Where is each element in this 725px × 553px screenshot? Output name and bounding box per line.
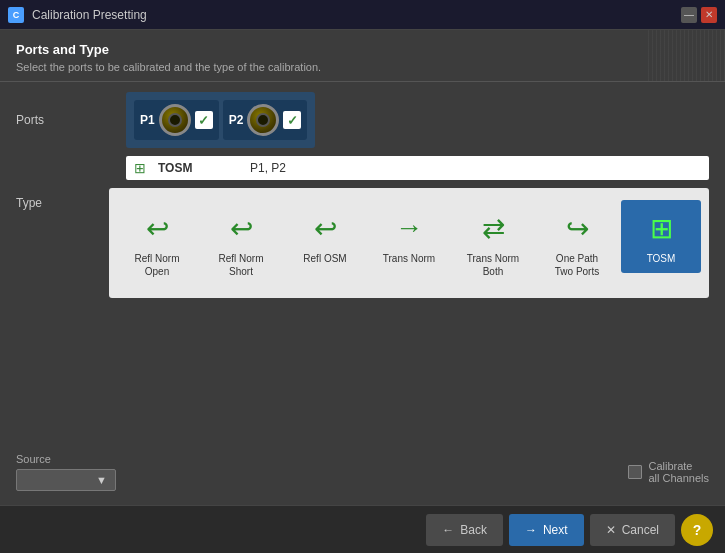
source-row: Source ▼ Calibrateall Channels: [16, 449, 709, 495]
next-arrow-icon: →: [525, 523, 537, 537]
cancel-button[interactable]: ✕ Cancel: [590, 514, 675, 546]
calibrate-all-checkbox[interactable]: [628, 465, 642, 479]
refl-norm-short-label: Refl NormShort: [218, 252, 263, 278]
type-label: Type: [16, 188, 109, 210]
next-label: Next: [543, 523, 568, 537]
main-window: Ports and Type Select the ports to be ca…: [0, 30, 725, 553]
minimize-button[interactable]: —: [681, 7, 697, 23]
next-button[interactable]: → Next: [509, 514, 584, 546]
port-p1-connector: [159, 104, 191, 136]
tosm-row-label: TOSM: [158, 161, 238, 175]
refl-osm-icon: ↩: [314, 208, 337, 248]
ports-row: Ports P1 ✓ P2 ✓: [16, 92, 709, 148]
port-p1-checkbox[interactable]: ✓: [195, 111, 213, 129]
source-left: Source ▼: [16, 453, 116, 491]
app-icon: C: [8, 7, 24, 23]
trans-norm-both-label: Trans NormBoth: [467, 252, 519, 278]
back-button[interactable]: ← Back: [426, 514, 503, 546]
port-p1[interactable]: P1 ✓: [134, 100, 219, 140]
ports-label: Ports: [16, 105, 126, 135]
cal-type-refl-norm-open[interactable]: ↩ Refl NormOpen: [117, 200, 197, 286]
source-dropdown[interactable]: ▼: [16, 469, 116, 491]
ports-container: P1 ✓ P2 ✓: [126, 92, 315, 148]
type-row: Type ↩ Refl NormOpen ↩ Refl NormShort ↩ …: [16, 188, 709, 441]
refl-norm-open-icon: ↩: [146, 208, 169, 248]
trans-norm-label: Trans Norm: [383, 252, 435, 265]
footer: ← Back → Next ✕ Cancel ?: [0, 505, 725, 553]
type-options-container: ↩ Refl NormOpen ↩ Refl NormShort ↩ Refl …: [109, 188, 709, 298]
close-button[interactable]: ✕: [701, 7, 717, 23]
port-p2-connector: [247, 104, 279, 136]
help-button[interactable]: ?: [681, 514, 713, 546]
port-p1-label: P1: [140, 113, 155, 127]
cancel-x-icon: ✕: [606, 523, 616, 537]
page-subtitle: Select the ports to be calibrated and th…: [16, 61, 709, 73]
dropdown-chevron-icon: ▼: [96, 474, 107, 486]
one-path-two-ports-label: One PathTwo Ports: [555, 252, 599, 278]
calibrate-all-channels[interactable]: Calibrateall Channels: [628, 460, 709, 484]
cal-type-one-path-two-ports[interactable]: ↪ One PathTwo Ports: [537, 200, 617, 286]
title-bar: C Calibration Presetting — ✕: [0, 0, 725, 30]
tosm-type-label: TOSM: [647, 252, 676, 265]
one-path-two-ports-icon: ↪: [566, 208, 589, 248]
tosm-icon: ⊞: [650, 208, 673, 248]
refl-norm-open-label: Refl NormOpen: [134, 252, 179, 278]
refl-osm-label: Refl OSM: [303, 252, 346, 265]
title-bar-controls: — ✕: [681, 7, 717, 23]
cal-type-refl-norm-short[interactable]: ↩ Refl NormShort: [201, 200, 281, 286]
cancel-label: Cancel: [622, 523, 659, 537]
port-p2-checkbox[interactable]: ✓: [283, 111, 301, 129]
cal-type-tosm[interactable]: ⊞ TOSM: [621, 200, 701, 273]
tosm-row-ports: P1, P2: [250, 161, 286, 175]
content-area: Ports P1 ✓ P2 ✓ ⊞ TOSM P1, P2 Ty: [0, 82, 725, 505]
back-label: Back: [460, 523, 487, 537]
port-p2[interactable]: P2 ✓: [223, 100, 308, 140]
trans-norm-both-icon: ⇄: [482, 208, 505, 248]
source-label: Source: [16, 453, 116, 465]
refl-norm-short-icon: ↩: [230, 208, 253, 248]
page-title: Ports and Type: [16, 42, 709, 57]
cal-type-refl-osm[interactable]: ↩ Refl OSM: [285, 200, 365, 273]
port-p2-label: P2: [229, 113, 244, 127]
cal-type-trans-norm-both[interactable]: ⇄ Trans NormBoth: [453, 200, 533, 286]
cal-type-trans-norm[interactable]: → Trans Norm: [369, 200, 449, 273]
tosm-row-icon: ⊞: [134, 160, 146, 176]
back-arrow-icon: ←: [442, 523, 454, 537]
trans-norm-icon: →: [395, 208, 423, 248]
header-section: Ports and Type Select the ports to be ca…: [0, 30, 725, 82]
calibrate-all-label: Calibrateall Channels: [648, 460, 709, 484]
tosm-row[interactable]: ⊞ TOSM P1, P2: [126, 156, 709, 180]
title-bar-text: Calibration Presetting: [32, 8, 681, 22]
help-question-icon: ?: [693, 522, 702, 538]
